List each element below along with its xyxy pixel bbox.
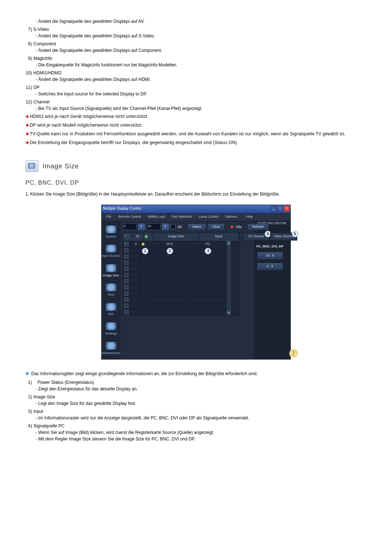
- sidebar-item-image-size[interactable]: Image Size: [102, 262, 121, 282]
- label-svideo: S-Video: [33, 27, 49, 32]
- section-title: Image Size: [42, 163, 79, 170]
- range-to[interactable]: 10: [147, 223, 160, 230]
- blabel-imgsize: Image Size: [33, 394, 55, 399]
- sidebar-item-maintenance[interactable]: Maintenance: [102, 340, 121, 360]
- row-status-icon: [142, 243, 144, 246]
- num-10: 10): [25, 70, 32, 76]
- minimize-button[interactable]: _: [271, 206, 277, 212]
- info-note: Das Informationsgitter zeigt einige grun…: [31, 370, 258, 377]
- note-on: Die Einstellung der Eingangsquelle betri…: [30, 140, 238, 145]
- desc-svideo: - Ändert die Signalquelle des gewählten …: [36, 33, 367, 39]
- menu-options[interactable]: Options...: [222, 214, 242, 220]
- table-row[interactable]: [123, 272, 226, 278]
- bdesc-pc2: - Mit dem Regler Image Size steuern Sie …: [36, 436, 367, 442]
- menu-remote[interactable]: Remote Control: [115, 214, 144, 220]
- sidebar-item-time[interactable]: Time: [102, 282, 121, 301]
- sidebar-item-pip[interactable]: PIP: [102, 301, 121, 321]
- right-pane: PC Source4 Video Source5 PC, BNC, DVI, D…: [241, 233, 299, 315]
- menu-safety[interactable]: Safety Lock: [145, 214, 168, 220]
- image-size-icon: [25, 160, 38, 172]
- maintenance-icon: [105, 341, 117, 350]
- bnum-4: 4): [25, 423, 32, 429]
- desc-channel: - Bei TV als Input Source (Signalquelle)…: [36, 105, 367, 112]
- warning-icon: !: [289, 349, 298, 358]
- note-hdmi2: HDMI2 wird je nach Gerät möglicherweise …: [30, 114, 148, 119]
- desc-magicinfo: - Die Eingabequelle für MagicInfo funkti…: [36, 62, 367, 68]
- range-from[interactable]: 0: [123, 223, 136, 230]
- label-component: Component: [33, 41, 56, 46]
- select-button[interactable]: Select: [188, 223, 206, 231]
- desc-component: - Ändert die Signalquelle des gewählten …: [36, 47, 367, 54]
- all-label: All: [178, 224, 182, 230]
- table-row[interactable]: [123, 266, 226, 272]
- bdesc-input: - Im Informationsraster wird nur die Anz…: [36, 415, 367, 421]
- bnum-3: 3): [25, 408, 32, 415]
- refresh-button[interactable]: Refresh: [248, 223, 269, 231]
- table-row[interactable]: [123, 290, 226, 296]
- label-channel: Channel: [33, 99, 50, 104]
- th-input: Input: [199, 233, 239, 241]
- settings-icon: [105, 322, 117, 331]
- row-size: 16:9: [149, 241, 190, 247]
- idle-indicator-icon: [230, 225, 233, 228]
- star-icon: ★: [25, 113, 29, 120]
- note-tv: TV-Quelle kann nur in Produkten mit Fern…: [30, 131, 346, 136]
- image-size-nav-icon: [105, 264, 117, 272]
- table-row[interactable]: [123, 309, 226, 315]
- sidebar: System Input Source Image Size Time PIP …: [102, 221, 121, 360]
- blabel-input: Input: [33, 409, 43, 414]
- bdesc-imgsize: - Legt den Image Size für das gewählte D…: [36, 400, 367, 407]
- table-row[interactable]: [123, 284, 226, 290]
- num-12: 12): [25, 99, 32, 105]
- desc-hdmi: - Ändert die Signalquelle des gewählten …: [36, 76, 367, 83]
- scroll-up-icon[interactable]: ▴: [226, 241, 231, 245]
- table-row[interactable]: [123, 259, 226, 266]
- status-header-icon: [145, 235, 148, 238]
- desc-av: - Ändert die Signalquelle des gewählten …: [36, 18, 367, 25]
- star-icon: ✱: [25, 370, 29, 377]
- table-row[interactable]: 0 16:9 PC: [123, 241, 226, 247]
- idle-label: Idle: [236, 224, 242, 230]
- tab-video-source[interactable]: Video Source5: [270, 233, 297, 241]
- bdesc-power: - Zeigt den Energiestatus für das aktuel…: [36, 386, 367, 392]
- row-checkbox[interactable]: [124, 248, 128, 253]
- table-row[interactable]: 1 2 3: [123, 247, 226, 253]
- clear-button[interactable]: Clear: [208, 223, 225, 231]
- bnum-2: 2): [25, 394, 32, 400]
- close-button[interactable]: ×: [284, 206, 290, 212]
- maximize-button[interactable]: □: [277, 206, 283, 212]
- th-image-size: Image Size: [153, 233, 199, 241]
- menubar: File Remote Control Safety Lock Port Sel…: [102, 213, 290, 221]
- desc-dp: - Switches the input source for the sele…: [36, 91, 367, 97]
- menu-file[interactable]: File: [103, 214, 114, 220]
- tab-pc-source[interactable]: PC Source4: [243, 233, 270, 241]
- sidebar-item-settings[interactable]: Settings: [102, 320, 121, 340]
- scroll-down-icon[interactable]: ▾: [226, 311, 231, 315]
- titlebar: Multiple Display Control _ □ ×: [102, 205, 290, 213]
- menu-lamp[interactable]: Lamp Control: [196, 214, 221, 220]
- sidebar-item-input-source[interactable]: Input Source: [102, 243, 121, 262]
- star-icon: ★: [25, 122, 29, 128]
- table-row[interactable]: [123, 278, 226, 284]
- ratio-4-3-button[interactable]: 4 : 3: [257, 263, 283, 271]
- header-checkbox[interactable]: [124, 234, 129, 239]
- th-id: ID: [133, 233, 143, 241]
- chevron-down-icon[interactable]: ▾: [138, 223, 145, 230]
- num-11: 11): [25, 84, 32, 91]
- all-checkbox[interactable]: [171, 224, 176, 229]
- menu-port[interactable]: Port Selection: [169, 214, 195, 220]
- table-row[interactable]: [123, 303, 226, 309]
- menu-help[interactable]: Help: [243, 214, 256, 220]
- chevron-down-icon[interactable]: ▾: [162, 223, 169, 230]
- row-checkbox[interactable]: [124, 242, 128, 246]
- scrollbar[interactable]: ▴ ▾: [226, 241, 231, 315]
- display-table: ID Image Size Input 0 16:9 PC: [123, 233, 239, 315]
- sidebar-item-system[interactable]: System: [102, 223, 121, 243]
- note-dp: DP wird je nach Modell möglicherweise ni…: [30, 123, 143, 128]
- table-row[interactable]: [123, 253, 226, 259]
- ratio-16-9-button[interactable]: 16 : 9: [257, 252, 283, 260]
- table-row[interactable]: [123, 296, 226, 303]
- num-7: 7): [25, 26, 32, 33]
- bnum-1: 1): [25, 379, 32, 386]
- label-hdmi: HDMI1/HDMI2: [33, 70, 62, 75]
